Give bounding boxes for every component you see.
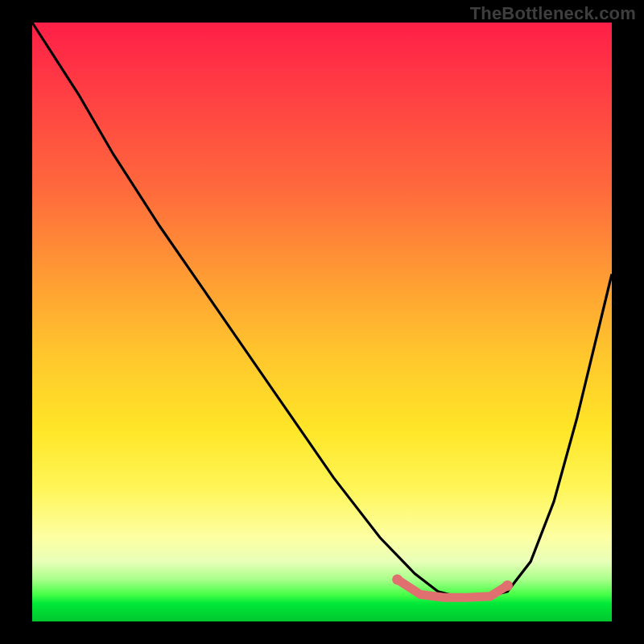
highlight-bottom bbox=[398, 580, 508, 597]
main-curve bbox=[32, 23, 612, 597]
curve-layer bbox=[32, 23, 612, 621]
highlight-dot-right bbox=[502, 580, 513, 591]
highlight-dot-left bbox=[392, 574, 402, 584]
plot-area bbox=[32, 23, 612, 621]
chart-frame: TheBottleneck.com bbox=[0, 0, 644, 644]
watermark-text: TheBottleneck.com bbox=[470, 3, 636, 24]
